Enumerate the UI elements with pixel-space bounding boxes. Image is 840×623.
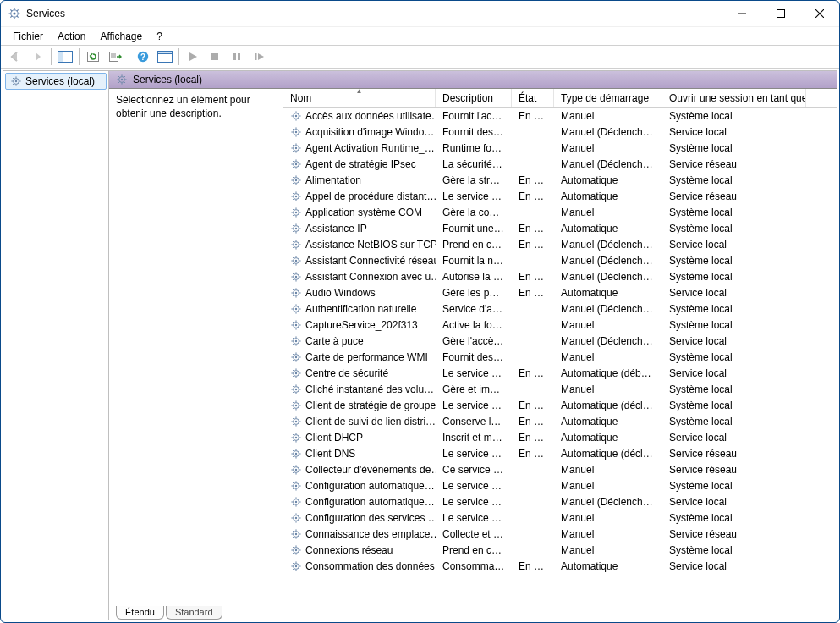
service-row[interactable]: Acquisition d'image Windo…Fournit des …M… [283, 124, 837, 140]
menu-action[interactable]: Action [51, 29, 92, 44]
service-row[interactable]: Assistance NetBIOS sur TCP…Prend en ch…E… [283, 236, 837, 252]
service-row[interactable]: Assistance IPFournit une …En co…Automati… [283, 220, 837, 236]
service-row[interactable]: Carte à puceGère l'accès…Manuel (Déclenc… [283, 333, 837, 349]
service-logon-as: Service réseau [662, 464, 806, 476]
service-startup-type: Manuel (Déclenche… [554, 126, 662, 138]
service-logon-as: Système local [662, 351, 806, 363]
service-description: Runtime for… [436, 142, 512, 154]
properties-button[interactable] [155, 47, 175, 67]
service-row[interactable]: Agent Activation Runtime_…Runtime for…Ma… [283, 140, 837, 156]
service-name: Assistance NetBIOS sur TCP… [305, 239, 436, 251]
service-row[interactable]: Collecteur d'événements de…Ce service g…… [283, 461, 837, 477]
gear-icon [290, 544, 302, 556]
export-list-button[interactable] [105, 47, 125, 67]
service-startup-type: Automatique (décle… [554, 448, 662, 460]
service-row[interactable]: Consommation des donnéesConsomma…En co…A… [283, 558, 837, 574]
gear-icon [290, 271, 302, 283]
back-button[interactable] [5, 47, 25, 67]
service-description: Fournit des … [436, 126, 512, 138]
service-row[interactable]: Client de suivi de lien distri…Conserve … [283, 413, 837, 429]
service-row[interactable]: Assistant Connectivité réseauFournit la … [283, 252, 837, 268]
pause-icon [231, 51, 243, 63]
tab-etendu[interactable]: Étendu [116, 606, 164, 620]
service-name: Consommation des données [305, 560, 435, 572]
service-row[interactable]: Configuration automatique…Le service C…M… [283, 493, 837, 510]
service-row[interactable]: Configuration automatique…Le service …Ma… [283, 477, 837, 493]
service-row[interactable]: Cliché instantané des volu…Gère et impl…… [283, 381, 837, 397]
service-description: Le service cl… [436, 448, 512, 460]
service-row[interactable]: Client DNSLe service cl…En co…Automatiqu… [283, 445, 837, 461]
service-logon-as: Système local [662, 207, 806, 218]
show-hide-tree-button[interactable] [55, 47, 75, 67]
menu-affichage[interactable]: Affichage [93, 29, 149, 44]
service-name: Client de stratégie de groupe [305, 400, 436, 411]
forward-button[interactable] [27, 47, 47, 67]
service-name: Assistant Connexion avec u… [305, 271, 436, 283]
service-name: Configuration des services … [305, 512, 436, 524]
service-row[interactable]: Centre de sécuritéLe service …En co…Auto… [283, 365, 837, 381]
service-logon-as: Système local [662, 174, 806, 186]
service-name: Client DHCP [305, 432, 363, 444]
service-row[interactable]: Connaissance des emplace…Collecte et s…M… [283, 526, 837, 542]
service-status: En co… [512, 416, 554, 427]
service-row[interactable]: Client DHCPInscrit et m…En co…Automatiqu… [283, 429, 837, 445]
service-row[interactable]: Agent de stratégie IPsecLa sécurité …Man… [283, 156, 837, 172]
tree-root-services-local[interactable]: Services (local) [5, 73, 107, 90]
gear-icon [290, 287, 302, 299]
service-startup-type: Automatique [554, 560, 662, 572]
gear-icon [290, 448, 302, 460]
menu-help[interactable]: ? [150, 29, 169, 44]
service-row[interactable]: AlimentationGère la strat…En co…Automati… [283, 172, 837, 188]
service-name: Client de suivi de lien distri… [305, 416, 436, 427]
stop-service-button[interactable] [205, 47, 225, 67]
service-description: Inscrit et m… [436, 432, 512, 444]
stop-icon [209, 51, 221, 63]
service-row[interactable]: Appel de procédure distant…Le service R…… [283, 188, 837, 204]
gear-icon [290, 255, 302, 267]
client-area: Services (local) Services (local) Sélect… [3, 70, 837, 620]
service-row[interactable]: Authentification naturelleService d'ag…M… [283, 300, 837, 317]
column-header-etat[interactable]: État [512, 89, 554, 107]
column-header-demarrage[interactable]: Type de démarrage [554, 89, 662, 107]
service-startup-type: Automatique [554, 287, 662, 299]
gear-icon [290, 110, 302, 122]
service-row[interactable]: Carte de performance WMIFournit des …Man… [283, 349, 837, 365]
service-startup-type: Manuel (Déclenche… [554, 496, 662, 508]
start-service-button[interactable] [183, 47, 203, 67]
gear-icon [290, 207, 302, 218]
service-row[interactable]: Application système COM+Gère la conf…Man… [283, 204, 837, 220]
column-header-nom[interactable]: Nom ▲ [283, 89, 436, 107]
tab-standard[interactable]: Standard [166, 606, 222, 620]
service-row[interactable]: Client de stratégie de groupeLe service … [283, 397, 837, 413]
service-logon-as: Système local [662, 512, 806, 524]
service-logon-as: Service local [662, 560, 806, 572]
minimize-button[interactable] [722, 1, 761, 26]
service-name: Authentification naturelle [305, 303, 416, 315]
service-row[interactable]: Configuration des services …Le service C… [283, 510, 837, 526]
service-row[interactable]: CaptureService_202f313Active la fo…Manue… [283, 317, 837, 333]
refresh-button[interactable] [83, 47, 103, 67]
service-status: En co… [512, 190, 554, 202]
column-header-description[interactable]: Description [436, 89, 512, 107]
service-startup-type: Manuel (Déclenche… [554, 303, 662, 315]
service-row[interactable]: Accès aux données utilisate…Fournit l'ac… [283, 108, 837, 124]
help-button[interactable]: ? [133, 47, 153, 67]
service-row[interactable]: Assistant Connexion avec u…Autorise la …… [283, 268, 837, 284]
gear-icon [290, 142, 302, 154]
service-name: Assistance IP [305, 223, 367, 234]
service-status: En co… [512, 287, 554, 299]
close-button[interactable] [800, 1, 839, 26]
grid-body[interactable]: Accès aux données utilisate…Fournit l'ac… [283, 108, 837, 602]
service-startup-type: Manuel (Déclenche… [554, 335, 662, 347]
help-icon: ? [136, 50, 150, 63]
window-controls [722, 1, 839, 26]
svg-text:?: ? [140, 52, 145, 62]
column-header-session[interactable]: Ouvrir une session en tant que [662, 89, 806, 107]
maximize-button[interactable] [761, 1, 800, 26]
restart-service-button[interactable] [249, 47, 269, 67]
service-row[interactable]: Audio WindowsGère les péri…En co…Automat… [283, 284, 837, 300]
menu-fichier[interactable]: Fichier [6, 29, 50, 44]
gear-icon [290, 464, 302, 476]
service-row[interactable]: Connexions réseauPrend en ch…ManuelSystè… [283, 542, 837, 558]
pause-service-button[interactable] [227, 47, 247, 67]
